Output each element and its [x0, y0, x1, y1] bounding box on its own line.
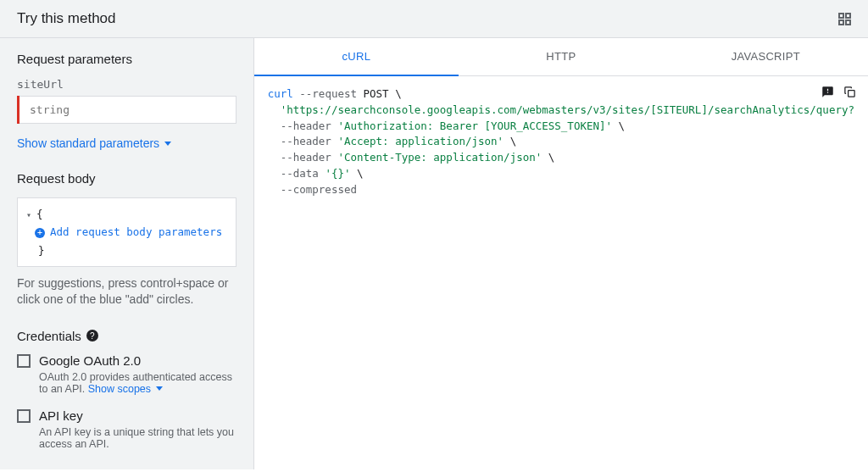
code-tabs: cURL HTTP JAVASCRIPT: [254, 38, 868, 76]
collapse-icon[interactable]: [838, 13, 851, 25]
body-hint: For suggestions, press control+space or …: [17, 275, 236, 308]
oauth-label: Google OAuth 2.0: [39, 353, 141, 368]
page-title: Try this method: [17, 10, 116, 27]
header: Try this method: [0, 0, 868, 38]
show-scopes-link[interactable]: Show scopes: [88, 383, 163, 395]
plus-circle-icon: +: [35, 228, 45, 238]
tab-http[interactable]: HTTP: [459, 38, 663, 75]
code-sample: curl --request POST \ 'https://searchcon…: [254, 76, 868, 208]
request-body-title: Request body: [17, 171, 236, 186]
apikey-checkbox[interactable]: [17, 409, 31, 423]
caret-icon: ▾: [26, 210, 31, 219]
help-icon[interactable]: ?: [86, 330, 98, 342]
apikey-label: API key: [39, 408, 83, 423]
oauth-row: Google OAuth 2.0: [17, 353, 236, 368]
oauth-checkbox[interactable]: [17, 354, 31, 368]
feedback-icon[interactable]: [821, 85, 834, 98]
chevron-down-icon: [164, 142, 171, 146]
show-scopes-label: Show scopes: [88, 383, 151, 395]
show-standard-parameters-label: Show standard parameters: [17, 136, 159, 150]
oauth-desc: OAuth 2.0 provides authenticated access …: [39, 371, 236, 395]
code-block[interactable]: curl --request POST \ 'https://searchcon…: [268, 86, 854, 197]
tab-javascript[interactable]: JAVASCRIPT: [664, 38, 868, 75]
apikey-desc: An API key is a unique string that lets …: [39, 426, 236, 450]
copy-icon[interactable]: [843, 85, 856, 98]
chevron-down-icon: [156, 386, 163, 391]
param-siteurl-label: siteUrl: [17, 78, 236, 91]
brace-close: }: [38, 244, 45, 257]
svg-rect-0: [848, 90, 854, 97]
siteurl-input[interactable]: [17, 96, 236, 124]
add-body-params-label: Add request body parameters: [50, 225, 222, 238]
left-panel: Request parameters siteUrl Show standard…: [0, 38, 254, 469]
error-indicator: [17, 96, 19, 124]
apikey-row: API key: [17, 408, 236, 423]
request-parameters-title: Request parameters: [17, 52, 236, 66]
right-panel: cURL HTTP JAVASCRIPT curl --request POST…: [254, 38, 868, 469]
show-standard-parameters-link[interactable]: Show standard parameters: [17, 136, 171, 150]
credentials-title: Credentials: [17, 329, 81, 343]
tab-curl[interactable]: cURL: [254, 38, 459, 76]
request-body-editor[interactable]: ▾{ +Add request body parameters }: [17, 197, 236, 267]
param-siteurl-wrap: [17, 96, 236, 124]
main: Request parameters siteUrl Show standard…: [0, 38, 868, 469]
add-body-params-link[interactable]: +Add request body parameters: [26, 223, 227, 241]
brace-open: {: [36, 208, 43, 220]
